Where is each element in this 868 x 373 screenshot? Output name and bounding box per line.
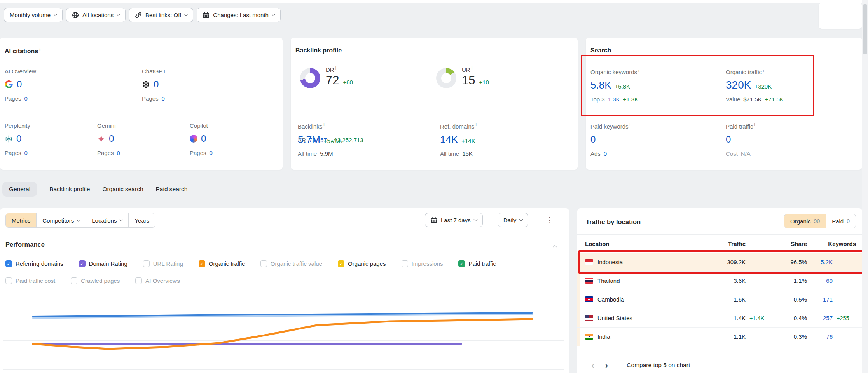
locations-filter[interactable]: All locations xyxy=(66,8,126,22)
metric-organic-pages[interactable]: ✓Organic pages xyxy=(338,260,386,267)
ai-overview-value: 0 xyxy=(17,78,22,90)
info-icon[interactable]: i xyxy=(638,68,639,73)
paid-traffic-value: 0 xyxy=(726,134,731,145)
perplexity-icon xyxy=(5,135,13,143)
pages-value-link[interactable]: 0 xyxy=(24,150,28,156)
info-icon[interactable]: i xyxy=(335,66,336,70)
ref-domains-value[interactable]: 14K xyxy=(440,134,458,145)
table-row-india[interactable]: India 1.1K 0.3% 76 xyxy=(577,327,862,346)
metric-paid-traffic-cost[interactable]: Paid traffic cost xyxy=(5,277,55,284)
performance-chart xyxy=(0,297,569,373)
value-label: Value xyxy=(726,96,740,103)
organic-keywords-label: Organic keywords xyxy=(590,69,637,75)
paid-count: 0 xyxy=(847,218,850,224)
metric-domain-rating[interactable]: ✓Domain Rating xyxy=(79,260,127,267)
info-icon[interactable]: i xyxy=(475,122,476,127)
tab-paid-search[interactable]: Paid search xyxy=(156,182,188,197)
metric-organic-traffic-value[interactable]: Organic traffic value xyxy=(260,260,322,267)
perplexity-block: Perplexity 0 Pages0 xyxy=(5,122,30,156)
share-value: 0.3% xyxy=(770,333,807,340)
pages-value-link[interactable]: 0 xyxy=(210,150,213,156)
chatgpt-label: ChatGPT xyxy=(142,68,166,75)
competitors-segment[interactable]: Competitors xyxy=(36,213,86,227)
ads-value-link[interactable]: 0 xyxy=(604,150,607,157)
traffic-column-header[interactable]: Traffic xyxy=(707,241,746,247)
info-icon[interactable]: i xyxy=(630,122,630,127)
alltime-label: All time xyxy=(440,150,459,157)
prev-page-arrow[interactable]: ‹ xyxy=(591,360,595,370)
organic-traffic-value[interactable]: 320K xyxy=(726,79,751,91)
metric-referring-domains[interactable]: ✓Referring domains xyxy=(5,260,63,267)
metrics-segment[interactable]: Metrics xyxy=(6,213,36,227)
info-icon[interactable]: i xyxy=(763,68,764,73)
info-icon[interactable]: i xyxy=(754,122,755,127)
info-icon[interactable]: i xyxy=(472,66,472,70)
next-page-arrow[interactable]: › xyxy=(605,360,608,370)
location-name: Cambodia xyxy=(597,296,624,303)
organic-keywords-value[interactable]: 5.8K xyxy=(590,79,611,91)
years-segment[interactable]: Years xyxy=(128,213,155,227)
alltime-value: 15K xyxy=(462,150,473,157)
vertical-scrollbar[interactable] xyxy=(862,0,868,373)
location-name: Indonesia xyxy=(597,259,623,265)
locations-segment[interactable]: Locations xyxy=(86,213,128,227)
keywords-link[interactable]: 171 xyxy=(807,296,833,303)
metric-impressions[interactable]: Impressions xyxy=(402,260,443,267)
paid-traffic-label: Paid traffic xyxy=(726,123,753,130)
dr-donut-chart xyxy=(300,68,320,88)
pages-label: Pages xyxy=(5,150,21,156)
ai-overview-block: AI Overview 0 Pages0 xyxy=(5,68,36,102)
keywords-column-header[interactable]: Keywords xyxy=(807,241,856,247)
metric-crawled-pages[interactable]: Crawled pages xyxy=(71,277,120,284)
tab-general[interactable]: General xyxy=(2,182,37,197)
metric-ai-overviews[interactable]: AI Overviews xyxy=(135,277,180,284)
share-column-header[interactable]: Share xyxy=(770,241,807,247)
collapse-chevron-icon[interactable] xyxy=(553,245,557,249)
table-row-indonesia[interactable]: Indonesia 309.2K 96.5% 5.2K xyxy=(577,253,862,271)
tab-backlink-profile[interactable]: Backlink profile xyxy=(49,182,90,197)
pages-value-link[interactable]: 0 xyxy=(117,150,120,156)
granularity-button[interactable]: Daily xyxy=(498,213,528,227)
dr-value: 72 xyxy=(326,74,339,87)
pages-value-link[interactable]: 0 xyxy=(162,95,165,102)
metric-organic-traffic[interactable]: ✓Organic traffic xyxy=(199,260,245,267)
tab-organic-search[interactable]: Organic search xyxy=(102,182,143,197)
kebab-menu-icon[interactable]: ⋮ xyxy=(546,215,554,225)
keywords-link[interactable]: 69 xyxy=(807,277,833,284)
flag-cambodia-icon xyxy=(585,296,593,302)
organic-keywords-delta: +5.8K xyxy=(615,83,630,90)
metric-url-rating[interactable]: URL Rating xyxy=(143,260,183,267)
date-range-button[interactable]: Last 7 days xyxy=(425,213,483,227)
paid-keywords-value: 0 xyxy=(590,134,596,145)
best-links-filter[interactable]: Best links: Off xyxy=(129,8,193,22)
info-icon[interactable]: i xyxy=(323,122,324,127)
table-row-united-states[interactable]: United States 1.4K +1.4K 0.4% 257 +255 xyxy=(577,309,862,327)
info-icon[interactable]: i xyxy=(39,47,40,52)
flag-united-states-icon xyxy=(585,315,593,321)
top-strip xyxy=(0,0,868,3)
table-row-cambodia[interactable]: Cambodia 1.6K 0.5% 171 xyxy=(577,290,862,309)
changes-filter[interactable]: Changes: Last month xyxy=(197,8,281,22)
keywords-link[interactable]: 5.2K xyxy=(807,259,833,265)
compare-top5-label[interactable]: Compare top 5 on chart xyxy=(627,362,690,369)
organic-paid-toggle: Organic90 Paid0 xyxy=(784,214,856,228)
paid-toggle[interactable]: Paid0 xyxy=(826,214,856,228)
checkbox xyxy=(135,277,142,284)
pages-value-link[interactable]: 0 xyxy=(24,95,28,102)
monthly-volume-filter[interactable]: Monthly volume xyxy=(4,8,63,22)
metric-paid-traffic[interactable]: ✓Paid traffic xyxy=(458,260,496,267)
location-column-header[interactable]: Location xyxy=(585,241,707,247)
chevron-down-icon xyxy=(119,218,123,221)
backlinks-value[interactable]: 5.7M xyxy=(298,134,320,145)
share-value: 0.4% xyxy=(770,315,807,321)
keywords-link[interactable]: 76 xyxy=(807,333,833,340)
keywords-link[interactable]: 257 xyxy=(807,315,833,321)
traffic-value: 309.2K xyxy=(707,259,746,265)
table-row-thailand[interactable]: Thailand 3.6K 1.1% 69 xyxy=(577,271,862,290)
chatgpt-value: 0 xyxy=(154,78,159,90)
location-name: India xyxy=(597,333,610,340)
organic-toggle[interactable]: Organic90 xyxy=(784,214,826,228)
scrollbar-thumb[interactable] xyxy=(863,4,867,54)
top3-value-link[interactable]: 1.3K xyxy=(608,96,620,103)
dr-block: DRi 72 +60 xyxy=(326,66,353,87)
